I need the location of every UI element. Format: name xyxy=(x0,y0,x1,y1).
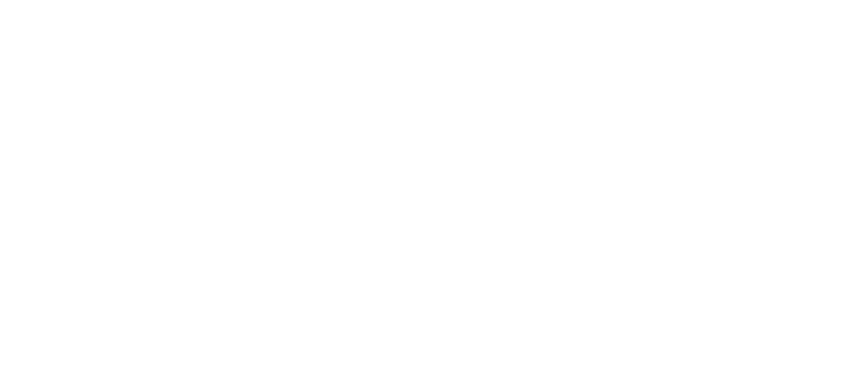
page-title xyxy=(2,2,7,6)
realtime-performance-chart xyxy=(0,0,868,392)
chart-canvas xyxy=(0,0,868,392)
